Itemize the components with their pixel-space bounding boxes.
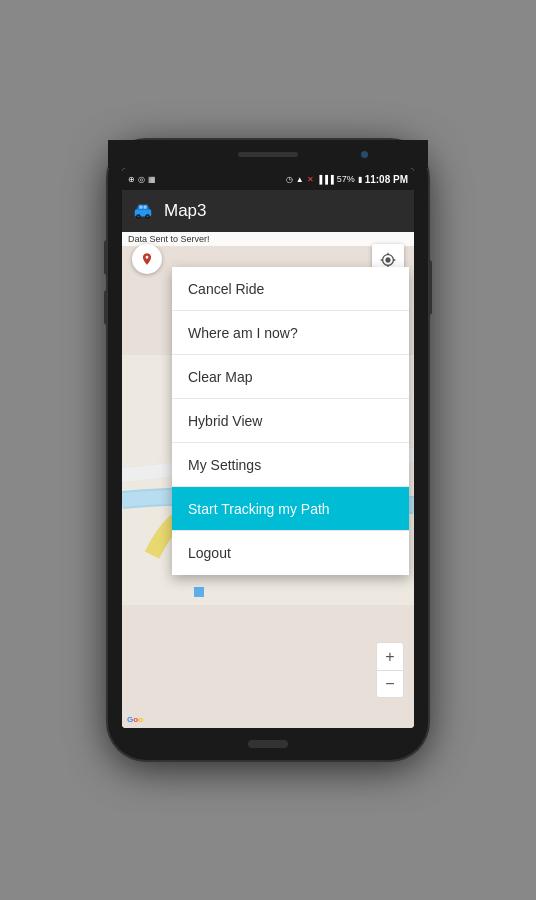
context-menu: Cancel Ride Where am I now? Clear Map Hy… bbox=[172, 267, 409, 575]
status-right: ◷ ▲ ✕ ▐▐▐ 57% ▮ 11:08 PM bbox=[286, 174, 408, 185]
bars-icon: ▐▐▐ bbox=[317, 175, 334, 184]
zoom-in-button[interactable]: + bbox=[376, 642, 404, 670]
phone-top-bar bbox=[108, 140, 428, 168]
menu-item-clear-map[interactable]: Clear Map bbox=[172, 355, 409, 399]
camera bbox=[361, 151, 368, 158]
menu-item-start-tracking[interactable]: Start Tracking my Path bbox=[172, 487, 409, 531]
zoom-controls: + − bbox=[376, 642, 404, 698]
phone-screen: ⊕ ◎ ▦ ◷ ▲ ✕ ▐▐▐ 57% ▮ 11:08 PM bbox=[122, 168, 414, 728]
svg-point-4 bbox=[146, 215, 148, 217]
google-logo: Goo bbox=[127, 715, 143, 724]
car-icon bbox=[132, 200, 154, 222]
menu-item-cancel-ride[interactable]: Cancel Ride bbox=[172, 267, 409, 311]
crosshair-icon bbox=[380, 252, 396, 268]
svg-rect-6 bbox=[143, 206, 146, 209]
map-area: Manimala River Data Sent to Server! Canc… bbox=[122, 232, 414, 728]
status-left: ⊕ ◎ ▦ bbox=[128, 175, 156, 184]
svg-rect-5 bbox=[139, 206, 142, 209]
alarm-icon: ◷ bbox=[286, 175, 293, 184]
status-bar: ⊕ ◎ ▦ ◷ ▲ ✕ ▐▐▐ 57% ▮ 11:08 PM bbox=[122, 168, 414, 190]
zoom-out-button[interactable]: − bbox=[376, 670, 404, 698]
phone-device: ⊕ ◎ ▦ ◷ ▲ ✕ ▐▐▐ 57% ▮ 11:08 PM bbox=[108, 140, 428, 760]
menu-item-where-am-i[interactable]: Where am I now? bbox=[172, 311, 409, 355]
home-button[interactable] bbox=[248, 740, 288, 748]
svg-point-2 bbox=[137, 215, 139, 217]
data-sent-banner: Data Sent to Server! bbox=[122, 232, 414, 246]
menu-item-my-settings[interactable]: My Settings bbox=[172, 443, 409, 487]
speaker bbox=[238, 152, 298, 157]
menu-item-logout[interactable]: Logout bbox=[172, 531, 409, 575]
add-icon: ⊕ bbox=[128, 175, 135, 184]
status-time: 11:08 PM bbox=[365, 174, 408, 185]
wifi-icon: ▲ bbox=[296, 175, 304, 184]
menu-item-hybrid-view[interactable]: Hybrid View bbox=[172, 399, 409, 443]
phone-bottom bbox=[248, 728, 288, 760]
signal-icon: ✕ bbox=[307, 175, 314, 184]
map-pin-button[interactable] bbox=[132, 244, 162, 274]
svg-rect-9 bbox=[194, 587, 204, 597]
battery-icon: ▮ bbox=[358, 175, 362, 184]
location-icon: ◎ bbox=[138, 175, 145, 184]
image-icon: ▦ bbox=[148, 175, 156, 184]
battery-percent: 57% bbox=[337, 174, 355, 184]
app-title: Map3 bbox=[164, 201, 207, 221]
app-bar: Map3 bbox=[122, 190, 414, 232]
pin-icon bbox=[140, 252, 154, 266]
